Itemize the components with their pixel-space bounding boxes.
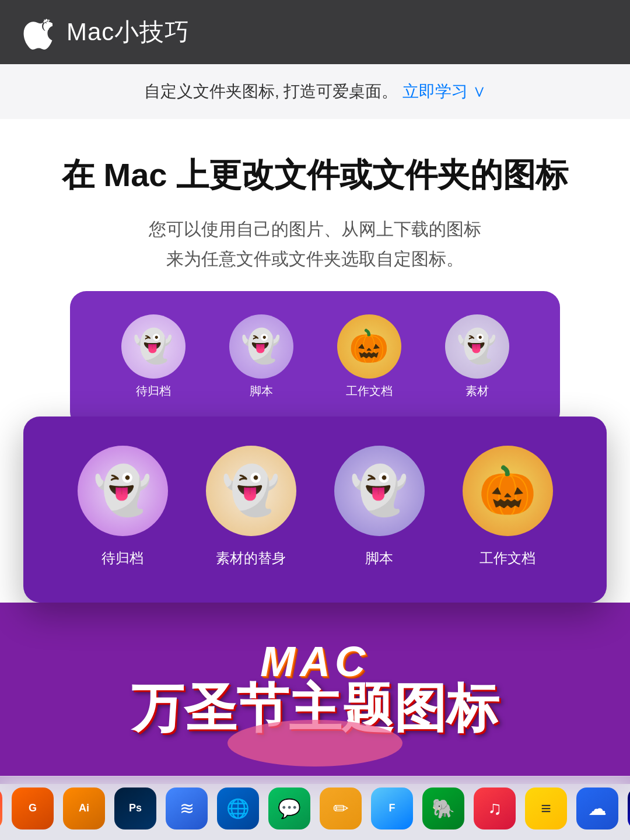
front-label-work: 工作文档 (480, 549, 536, 568)
hero-desc: 您可以使用自己的图片、从网上下载的图标 来为任意文件或文件夹选取自定图标。 (35, 214, 595, 274)
promo-banner: 自定义文件夹图标, 打造可爱桌面。 立即学习 ∨ (0, 64, 630, 119)
front-folder-1: 👻 待归档 (78, 446, 168, 568)
app-header: Mac小技巧 (0, 0, 630, 64)
baidu-icon: ☁ (588, 797, 607, 820)
dock-notes[interactable]: ≡ (525, 788, 567, 830)
wechat-icon: 💬 (278, 797, 301, 820)
dock-music[interactable]: ♫ (474, 788, 516, 830)
front-label-material-alias: 素材的替身 (216, 549, 286, 568)
folder-label-work: 工作文档 (346, 383, 393, 399)
sketch-icon: ✏ (333, 797, 349, 820)
dock-edge[interactable]: 🌐 (217, 788, 259, 830)
front-label-script: 脚本 (365, 549, 393, 568)
banner-link[interactable]: 立即学习 ∨ (402, 82, 486, 100)
front-icon-material-alias: 👻 (206, 446, 296, 536)
folder-item-2: 👻 脚本 (229, 314, 293, 399)
ps-icon: Ps (129, 802, 142, 814)
dock-illustrator[interactable]: Ai (63, 788, 105, 830)
hero-desc-line1: 您可以使用自己的图片、从网上下载的图标 (149, 219, 481, 239)
front-icon-script: 👻 (334, 446, 425, 536)
front-icon-work: 🎃 (463, 446, 553, 536)
dock-aftereffects[interactable]: Ae (628, 788, 630, 830)
apple-logo-icon (23, 15, 52, 50)
hero-section: 在 Mac 上更改文件或文件夹的图标 您可以使用自己的图片、从网上下载的图标 来… (0, 119, 630, 291)
edge-icon: 🌐 (226, 797, 250, 820)
mac-text: MAC (23, 638, 607, 685)
folder-item-4: 👻 素材 (445, 314, 509, 399)
folder-label-script: 脚本 (250, 383, 273, 399)
folder-icon-material: 👻 (445, 314, 509, 379)
ai-icon: Ai (79, 802, 89, 814)
music-icon: ♫ (488, 797, 502, 819)
front-folder-4: 🎃 工作文档 (463, 446, 553, 568)
folder-icon-baguidan: 👻 (121, 314, 186, 379)
hero-desc-line2: 来为任意文件或文件夹选取自定图标。 (166, 249, 464, 268)
dock-evernote[interactable]: 🐘 (422, 788, 464, 830)
folder-card-back: 👻 待归档 👻 脚本 🎃 工作文档 👻 素材 (70, 291, 560, 428)
banner-text: 自定义文件夹图标, 打造可爱桌面。 (144, 82, 398, 100)
dock-reminders[interactable]: ☰ (0, 788, 2, 830)
folder-label-material: 素材 (466, 383, 489, 399)
dock-folder[interactable]: F (371, 788, 413, 830)
evernote-icon: 🐘 (432, 797, 455, 820)
front-folder-2: 👻 素材的替身 (206, 446, 296, 568)
front-icon-baguidan: 👻 (78, 446, 168, 536)
folder-icon-work: 🎃 (337, 314, 401, 379)
dock: ☰ G Ai Ps ≋ 🌐 💬 ✏ F 🐘 ♫ ≡ ☁ (0, 776, 630, 840)
back-card-icons: 👻 待归档 👻 脚本 🎃 工作文档 👻 素材 (99, 314, 531, 399)
dock-wechat[interactable]: 💬 (268, 788, 310, 830)
front-folder-3: 👻 脚本 (334, 446, 425, 568)
front-label-baguidan: 待归档 (102, 549, 144, 568)
dock-fluent[interactable]: ≋ (166, 788, 208, 830)
dock-baidu[interactable]: ☁ (576, 788, 618, 830)
illustration-container: 👻 待归档 👻 脚本 🎃 工作文档 👻 素材 👻 待归档 (0, 291, 630, 603)
wps-icon: G (29, 802, 37, 814)
folder-item-3: 🎃 工作文档 (337, 314, 401, 399)
dock-photoshop[interactable]: Ps (114, 788, 156, 830)
hero-title: 在 Mac 上更改文件或文件夹的图标 (35, 154, 595, 197)
front-card-icons: 👻 待归档 👻 素材的替身 👻 脚本 🎃 工作文档 (58, 446, 572, 568)
fluent-icon: ≋ (180, 798, 194, 818)
dock-wps[interactable]: G (12, 788, 54, 830)
dock-sketch[interactable]: ✏ (320, 788, 362, 830)
folder-label-baguidan: 待归档 (136, 383, 171, 399)
folder-icon: F (389, 802, 396, 814)
decorative-blob (228, 720, 402, 766)
notes-icon: ≡ (541, 799, 551, 818)
folder-card-front: 👻 待归档 👻 素材的替身 👻 脚本 🎃 工作文档 (23, 416, 607, 603)
folder-item-1: 👻 待归档 (121, 314, 186, 399)
header-title: Mac小技巧 (66, 16, 190, 48)
halloween-banner: MAC 万圣节主题图标 (0, 603, 630, 784)
folder-icon-script: 👻 (229, 314, 293, 379)
